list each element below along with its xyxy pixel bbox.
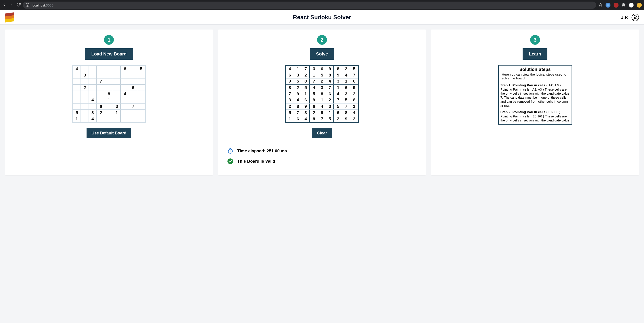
extensions-menu-icon[interactable] [622,3,626,8]
board-cell[interactable] [137,103,145,110]
board-cell[interactable] [129,66,137,72]
board-cell[interactable] [81,116,89,122]
board-cell[interactable] [105,116,113,122]
board-cell[interactable] [73,72,81,78]
app-logo-icon[interactable] [5,13,14,22]
board-cell[interactable]: 3 [89,110,97,116]
board-cell[interactable] [97,66,105,72]
board-cell[interactable]: 8 [105,91,113,97]
board-cell[interactable] [73,78,81,84]
board-cell[interactable] [81,103,89,110]
board-cell[interactable] [137,78,145,84]
board-cell[interactable]: 7 [97,78,105,84]
board-cell[interactable] [105,103,113,110]
board-cell[interactable] [89,66,97,72]
board-cell[interactable] [89,72,97,78]
board-cell[interactable] [73,97,81,103]
input-board[interactable]: 48537268441637532114 [72,65,146,123]
board-cell[interactable] [105,66,113,72]
forward-icon[interactable] [10,3,14,8]
board-cell[interactable] [73,103,81,110]
board-cell[interactable] [129,78,137,84]
back-icon[interactable] [2,3,6,8]
solution-step[interactable]: Step 1: Pointing Pair in cells ( A2, A3 … [499,82,572,109]
clear-button[interactable]: Clear [312,128,332,138]
board-cell[interactable]: 4 [89,97,97,103]
board-cell[interactable] [121,78,129,84]
extension-icon[interactable] [606,3,610,8]
load-new-board-button[interactable]: Load New Board [85,48,133,60]
reload-icon[interactable] [16,3,20,8]
board-cell[interactable] [81,78,89,84]
board-cell[interactable] [105,78,113,84]
board-cell[interactable] [137,97,145,103]
board-cell[interactable] [137,84,145,91]
board-cell[interactable] [113,84,121,91]
profile-icon[interactable] [629,3,634,8]
board-cell[interactable] [121,103,129,110]
board-cell[interactable] [113,116,121,122]
board-cell[interactable] [113,72,121,78]
extension-icon[interactable] [614,3,618,8]
board-cell[interactable] [105,84,113,91]
board-cell[interactable] [113,91,121,97]
board-cell[interactable] [113,97,121,103]
board-cell[interactable]: 1 [105,97,113,103]
board-cell[interactable] [105,110,113,116]
board-cell[interactable] [97,84,105,91]
board-cell[interactable] [137,72,145,78]
board-cell[interactable]: 8 [121,66,129,72]
board-cell[interactable] [137,110,145,116]
solution-step[interactable]: Step 2: Pointing Pair in cells ( E6, F6 … [499,109,572,124]
board-cell[interactable] [89,78,97,84]
board-cell[interactable] [89,103,97,110]
board-cell[interactable] [97,97,105,103]
board-cell[interactable]: 2 [81,84,89,91]
board-cell[interactable]: 4 [89,116,97,122]
board-cell[interactable]: 3 [113,103,121,110]
board-cell[interactable] [89,91,97,97]
board-cell[interactable] [73,91,81,97]
board-cell[interactable]: 5 [73,110,81,116]
board-cell[interactable] [105,72,113,78]
board-cell[interactable]: 7 [129,103,137,110]
board-cell[interactable] [137,116,145,122]
board-cell[interactable] [81,97,89,103]
solve-button[interactable]: Solve [310,48,334,60]
board-cell[interactable] [113,66,121,72]
board-cell[interactable] [89,84,97,91]
board-cell[interactable] [73,84,81,91]
board-cell[interactable]: 4 [73,66,81,72]
board-cell[interactable]: 3 [81,72,89,78]
board-cell[interactable] [81,110,89,116]
board-cell[interactable] [97,116,105,122]
board-cell[interactable]: 4 [121,91,129,97]
board-cell[interactable] [129,116,137,122]
board-cell[interactable]: 6 [97,103,105,110]
avatar-icon[interactable] [632,14,639,21]
board-cell[interactable] [121,116,129,122]
learn-button[interactable]: Learn [522,48,547,60]
solution-steps-list[interactable]: Step 1: Pointing Pair in cells ( A2, A3 … [499,82,572,124]
use-default-board-button[interactable]: Use Default Board [86,128,131,138]
board-cell[interactable] [121,72,129,78]
extension-icon[interactable] [637,3,642,8]
board-cell[interactable] [121,84,129,91]
star-icon[interactable] [598,3,602,8]
board-cell[interactable] [129,97,137,103]
board-cell[interactable] [129,72,137,78]
board-cell[interactable]: 1 [73,116,81,122]
board-cell[interactable] [97,91,105,97]
board-cell[interactable]: 6 [129,84,137,91]
board-cell[interactable] [81,91,89,97]
address-bar[interactable]: localhost:3000 [23,2,596,9]
board-cell[interactable]: 1 [113,110,121,116]
board-cell[interactable] [97,72,105,78]
board-cell[interactable] [121,97,129,103]
board-cell[interactable] [137,91,145,97]
board-cell[interactable] [81,66,89,72]
board-cell[interactable]: 5 [137,66,145,72]
board-cell[interactable] [129,91,137,97]
board-cell[interactable]: 2 [97,110,105,116]
board-cell[interactable] [121,110,129,116]
